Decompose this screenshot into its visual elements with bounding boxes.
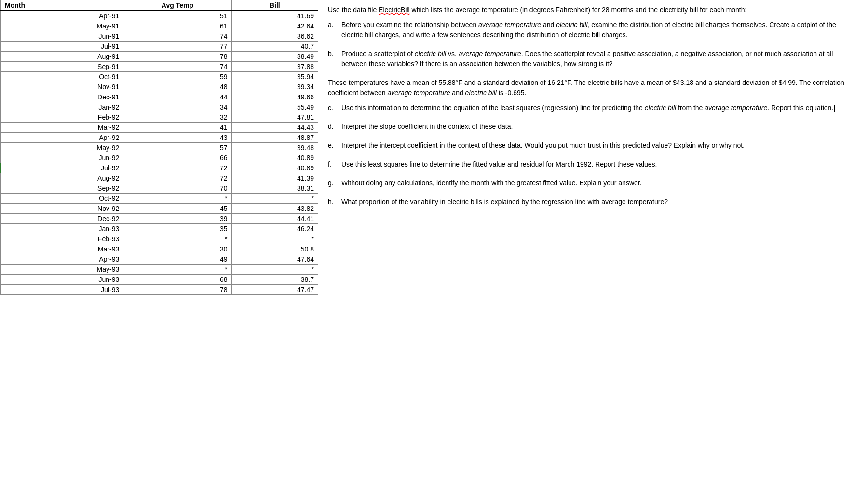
stats-paragraph: These temperatures have a mean of 55.88°… — [328, 78, 858, 98]
cell-bill: 47.64 — [231, 254, 318, 265]
cell-month: Feb-92 — [1, 112, 123, 123]
cell-month: Jul-91 — [1, 42, 123, 52]
cell-bill: 40.89 — [231, 163, 318, 173]
cell-month: Jan-92 — [1, 102, 123, 112]
question-g: g. Without doing any calculations, ident… — [328, 178, 858, 188]
table-row: Aug-927241.39 — [1, 173, 318, 183]
cell-avg-temp: * — [123, 265, 231, 275]
cell-bill: 39.34 — [231, 82, 318, 92]
table-row: Feb-923247.81 — [1, 112, 318, 123]
cell-month: Sep-92 — [1, 183, 123, 194]
cell-month: Jun-91 — [1, 31, 123, 42]
content-b: Produce a scatterplot of electric bill v… — [341, 49, 858, 69]
cell-bill: 50.8 — [231, 244, 318, 254]
table-row: Jun-917436.62 — [1, 31, 318, 42]
table-row: Dec-923944.41 — [1, 214, 318, 224]
cell-avg-temp: 74 — [123, 62, 231, 72]
table-row: Sep-917437.88 — [1, 62, 318, 72]
table-row: Mar-933050.8 — [1, 244, 318, 254]
cell-month: Apr-92 — [1, 133, 123, 143]
table-row: Oct-92** — [1, 194, 318, 204]
cell-avg-temp: 48 — [123, 82, 231, 92]
cell-bill: 43.82 — [231, 204, 318, 214]
cell-bill: 38.49 — [231, 52, 318, 62]
cell-bill: 40.7 — [231, 42, 318, 52]
cell-avg-temp: 61 — [123, 21, 231, 31]
table-row: Jul-937847.47 — [1, 285, 318, 295]
label-h: h. — [328, 197, 341, 207]
text-cursor — [834, 105, 835, 112]
cell-bill: * — [231, 194, 318, 204]
cell-avg-temp: 77 — [123, 42, 231, 52]
content-g: Without doing any calculations, identify… — [341, 178, 858, 188]
cell-avg-temp: 35 — [123, 224, 231, 234]
cell-bill: 42.64 — [231, 21, 318, 31]
cell-avg-temp: 32 — [123, 112, 231, 123]
dotplot-word: dotplot — [797, 21, 817, 28]
cell-avg-temp: 78 — [123, 52, 231, 62]
cell-bill: 41.69 — [231, 11, 318, 21]
table-row: May-916142.64 — [1, 21, 318, 31]
cell-avg-temp: 39 — [123, 214, 231, 224]
table-row: Apr-924348.87 — [1, 133, 318, 143]
col-header-avg-temp: Avg Temp — [123, 0, 231, 11]
label-b: b. — [328, 49, 341, 69]
data-table: Month Avg Temp Bill Apr-915141.69May-916… — [0, 0, 318, 295]
cell-bill: 35.94 — [231, 72, 318, 82]
cell-avg-temp: * — [123, 194, 231, 204]
cell-month: Jun-93 — [1, 275, 123, 285]
question-d: d. Interpret the slope coefficient in th… — [328, 122, 858, 132]
table-row: May-925739.48 — [1, 143, 318, 153]
table-row: May-93** — [1, 265, 318, 275]
cell-month: Apr-93 — [1, 254, 123, 265]
cell-month: Jan-93 — [1, 224, 123, 234]
cell-bill: 46.24 — [231, 224, 318, 234]
cell-bill: 47.81 — [231, 112, 318, 123]
cell-bill: 44.43 — [231, 123, 318, 133]
table-row: Jan-933546.24 — [1, 224, 318, 234]
cell-month: Nov-92 — [1, 204, 123, 214]
label-e: e. — [328, 140, 341, 151]
cell-avg-temp: 66 — [123, 153, 231, 163]
question-h: h. What proportion of the variability in… — [328, 197, 858, 207]
cell-month: Aug-92 — [1, 173, 123, 183]
cell-month: Oct-92 — [1, 194, 123, 204]
label-d: d. — [328, 122, 341, 132]
cell-avg-temp: 72 — [123, 173, 231, 183]
question-a: a. Before you examine the relationship b… — [328, 20, 858, 40]
table-row: Oct-915935.94 — [1, 72, 318, 82]
table-row: Apr-934947.64 — [1, 254, 318, 265]
cell-avg-temp: 74 — [123, 31, 231, 42]
table-row: Dec-914449.66 — [1, 92, 318, 102]
cell-month: Aug-91 — [1, 52, 123, 62]
cell-month: Mar-93 — [1, 244, 123, 254]
cell-bill: 39.48 — [231, 143, 318, 153]
content-d: Interpret the slope coefficient in the c… — [341, 122, 858, 132]
cell-avg-temp: * — [123, 234, 231, 244]
cell-avg-temp: 78 — [123, 285, 231, 295]
cell-bill: * — [231, 234, 318, 244]
cell-month: Mar-92 — [1, 123, 123, 133]
cell-avg-temp: 68 — [123, 275, 231, 285]
content-h: What proportion of the variability in el… — [341, 197, 858, 207]
col-header-month: Month — [1, 0, 123, 11]
label-f: f. — [328, 159, 341, 169]
cell-bill: 40.89 — [231, 153, 318, 163]
cell-bill: 36.62 — [231, 31, 318, 42]
data-table-panel: Month Avg Temp Bill Apr-915141.69May-916… — [0, 0, 318, 488]
cell-month: May-91 — [1, 21, 123, 31]
table-row: Mar-924144.43 — [1, 123, 318, 133]
cell-bill: 44.41 — [231, 214, 318, 224]
cell-avg-temp: 49 — [123, 254, 231, 265]
question-b: b. Produce a scatterplot of electric bil… — [328, 49, 858, 69]
cell-month: Apr-91 — [1, 11, 123, 21]
table-row: Nov-914839.34 — [1, 82, 318, 92]
label-c: c. — [328, 103, 341, 113]
label-g: g. — [328, 178, 341, 188]
table-row: Jul-917740.7 — [1, 42, 318, 52]
cell-bill: 48.87 — [231, 133, 318, 143]
cell-month: Dec-92 — [1, 214, 123, 224]
question-panel: Use the data file ElectricBill which lis… — [318, 0, 868, 488]
question-f: f. Use this least squares line to determ… — [328, 159, 858, 169]
cell-avg-temp: 43 — [123, 133, 231, 143]
